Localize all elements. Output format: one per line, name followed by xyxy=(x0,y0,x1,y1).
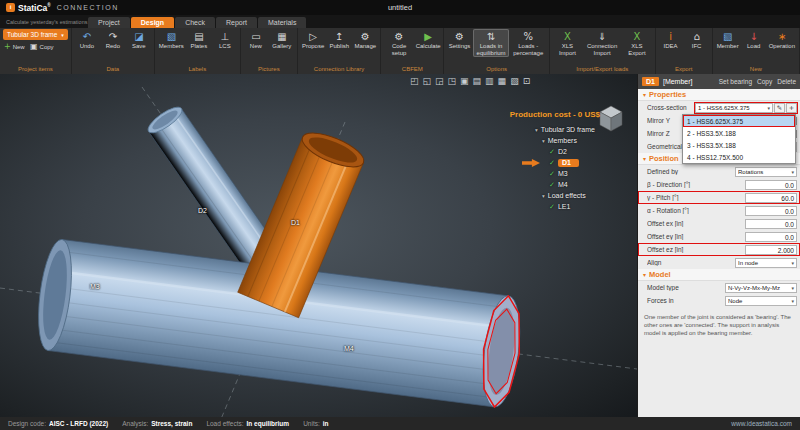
undo-button[interactable]: ↶Undo xyxy=(75,29,99,51)
offset-ex-field[interactable]: 0.0 xyxy=(745,219,797,229)
new-project-item-button[interactable]: +New xyxy=(3,41,27,53)
dropdown-item-2[interactable]: 2 - HSS3.5X.188 xyxy=(683,127,795,139)
member-label-m4[interactable]: M4 xyxy=(344,345,354,352)
publish-icon: ↥ xyxy=(335,30,343,43)
new-operation-button[interactable]: ∗Operation xyxy=(768,29,796,51)
zoom-window-icon[interactable]: ▤ xyxy=(473,76,482,87)
manage-button[interactable]: ⚙Manage xyxy=(353,29,377,51)
defined-by-row: Defined by Rotations▾ xyxy=(638,165,800,178)
settings-button[interactable]: ⚙Settings xyxy=(447,29,471,51)
chevron-down-icon: ▾ xyxy=(542,193,545,199)
tree-section-load-effects[interactable]: ▾Load effects xyxy=(535,190,631,201)
redo-button[interactable]: ↷Redo xyxy=(101,29,125,51)
frame-type-dropdown[interactable]: Tubular 3D frame▾ xyxy=(3,29,68,40)
tab-project[interactable]: Project xyxy=(88,17,130,28)
tree-root[interactable]: ▾Tubular 3D frame xyxy=(535,124,631,135)
tree-item-m3[interactable]: ✓M3 xyxy=(535,168,631,179)
forces-in-dropdown[interactable]: Node▾ xyxy=(725,296,797,306)
new-load-button[interactable]: ↓Load xyxy=(742,29,766,51)
model-type-dropdown[interactable]: N-Vy-Vz-Mx-My-Mz▾ xyxy=(725,283,797,293)
add-cross-section-button[interactable]: + xyxy=(786,103,797,113)
publish-button[interactable]: ↥Publish xyxy=(327,29,351,51)
new-member-button[interactable]: ▧Member xyxy=(716,29,740,51)
check-icon: ✓ xyxy=(549,181,555,189)
tree-item-d1-selected[interactable]: ✓D1 xyxy=(535,157,631,168)
code-setup-button[interactable]: ⚙Code setup xyxy=(384,29,414,57)
model-type-value: N-Vy-Vz-Mx-My-Mz xyxy=(728,285,789,291)
lcs-labels-button[interactable]: ⊥LCS xyxy=(213,29,237,51)
tab-check[interactable]: Check xyxy=(175,17,215,28)
tree-item-m4[interactable]: ✓M4 xyxy=(535,179,631,190)
side-view-icon[interactable]: ◳ xyxy=(448,76,457,87)
tree-item-d2[interactable]: ✓D2 xyxy=(535,146,631,157)
model-section-header[interactable]: ▾Model xyxy=(638,269,800,281)
website-link[interactable]: www.ideastatica.com xyxy=(731,420,792,427)
rotate-icon[interactable]: ▦ xyxy=(498,76,507,87)
propose-button[interactable]: ▷Propose xyxy=(301,29,325,51)
settings-label: Settings xyxy=(449,43,471,50)
loads-in-equilibrium-toggle[interactable]: ⇅Loads in equilibrium xyxy=(473,29,508,57)
dropdown-item-3[interactable]: 3 - HSS3.5X.188 xyxy=(683,139,795,151)
load-effects-value[interactable]: In equilibrium xyxy=(247,420,290,427)
xls-import-button[interactable]: XXLS Import xyxy=(553,29,582,57)
offset-ey-field[interactable]: 0.0 xyxy=(745,232,797,242)
alpha-rotation-field[interactable]: 0.0 xyxy=(745,206,797,216)
new-picture-button[interactable]: ▭New xyxy=(244,29,268,51)
edit-cross-section-button[interactable]: ✎ xyxy=(774,103,785,113)
member-label-d2[interactable]: D2 xyxy=(198,207,207,214)
ifc-export-button[interactable]: ⌂IFC xyxy=(685,29,709,51)
xls-import-icon: X xyxy=(564,30,571,43)
beta-direction-field[interactable]: 0.0 xyxy=(745,180,797,190)
delete-member-button[interactable]: Delete xyxy=(777,78,796,85)
calculate-label: Calculate xyxy=(416,43,441,50)
set-bearing-button[interactable]: Set bearing xyxy=(719,78,752,85)
plates-icon: ▤ xyxy=(194,30,203,43)
copy-project-item-button[interactable]: ▣Copy xyxy=(29,41,55,53)
copy-member-button[interactable]: Copy xyxy=(757,78,772,85)
calculate-button[interactable]: ▶Calculate xyxy=(416,29,441,51)
zoom-fit-icon[interactable]: ▣ xyxy=(460,76,469,87)
dropdown-item-1[interactable]: 1 - HSS6.625X.375 xyxy=(683,115,795,127)
loads-percentage-button[interactable]: %Loads - percentage xyxy=(511,29,546,57)
units-value[interactable]: in xyxy=(323,420,329,427)
idea-export-button[interactable]: iIDEA xyxy=(659,29,683,51)
connection-import-button[interactable]: ⇓Connection Import xyxy=(584,29,620,57)
save-icon: ◪ xyxy=(134,30,143,43)
gamma-pitch-field[interactable]: 60.0 xyxy=(745,193,797,203)
pan-icon[interactable]: ▥ xyxy=(485,76,494,87)
tab-design[interactable]: Design xyxy=(131,17,174,28)
member-label-m3[interactable]: M3 xyxy=(90,283,100,290)
3d-viewport[interactable]: ◰ ◱ ◲ ◳ ▣ ▤ ▥ ▦ ▧ ⊡ Production cost - 0 … xyxy=(0,74,637,417)
check-icon: ✓ xyxy=(549,148,555,156)
gallery-button[interactable]: ▦Gallery xyxy=(270,29,294,51)
align-row: Align In node▾ xyxy=(638,256,800,269)
plates-labels-button[interactable]: ▤Plates xyxy=(187,29,211,51)
offset-ez-field[interactable]: 2.000 xyxy=(745,245,797,255)
dropdown-item-4[interactable]: 4 - HSS12.75X.500 xyxy=(683,151,795,163)
analysis-value[interactable]: Stress, strain xyxy=(151,420,192,427)
design-code-value[interactable]: AISC - LRFD (2022) xyxy=(49,420,108,427)
tab-materials[interactable]: Materials xyxy=(258,17,306,28)
tree-item-label: D2 xyxy=(558,148,567,155)
ribbon-group-data: ↶Undo ↷Redo ◪Save Data xyxy=(72,28,155,74)
iso-view-icon[interactable]: ◰ xyxy=(410,76,419,87)
wireframe-icon[interactable]: ▧ xyxy=(510,76,519,87)
chevron-down-icon: ▾ xyxy=(535,127,538,133)
tree-item-le1[interactable]: ✓LE1 xyxy=(535,201,631,212)
defined-by-dropdown[interactable]: Rotations▾ xyxy=(735,167,797,177)
front-view-icon[interactable]: ◲ xyxy=(435,76,444,87)
member-label-d1[interactable]: D1 xyxy=(291,219,300,226)
xls-export-label: XLS Export xyxy=(623,43,650,56)
save-button[interactable]: ◪Save xyxy=(127,29,151,51)
cross-section-dropdown[interactable]: 1 - HSS6.625X.375▾ xyxy=(695,103,773,113)
member-label: Member xyxy=(717,43,739,50)
xls-export-button[interactable]: XXLS Export xyxy=(622,29,651,57)
solid-view-icon[interactable]: ⊡ xyxy=(523,76,531,87)
tree-section-members[interactable]: ▾Members xyxy=(535,135,631,146)
manage-icon: ⚙ xyxy=(361,30,370,43)
members-labels-button[interactable]: ▧Members xyxy=(158,29,185,51)
top-view-icon[interactable]: ◱ xyxy=(423,76,432,87)
align-dropdown[interactable]: In node▾ xyxy=(735,258,797,268)
properties-section-header[interactable]: ▾Properties xyxy=(638,89,800,101)
tab-report[interactable]: Report xyxy=(216,17,257,28)
